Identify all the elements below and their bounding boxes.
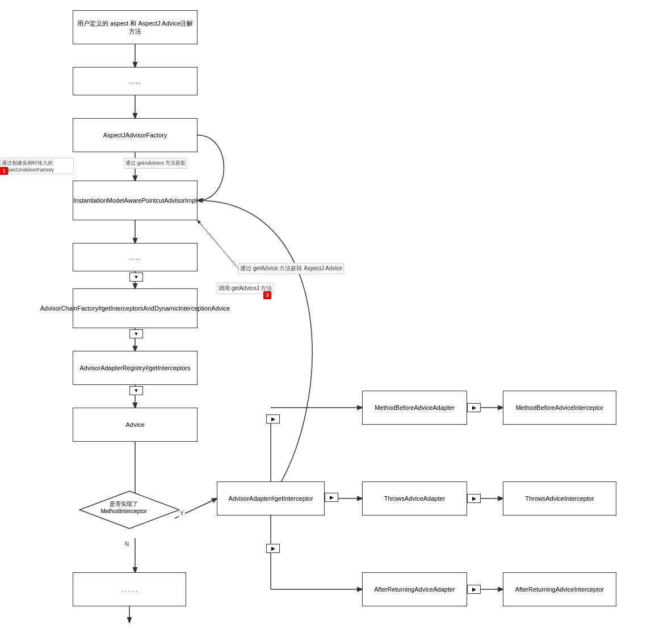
arrow-bottom <box>124 606 135 623</box>
connector-badge-2: ▶ <box>467 494 481 503</box>
box-method-before-interceptor: MethodBeforeAdviceInterceptor <box>503 391 616 425</box>
box-ellipsis1: …… <box>73 67 198 95</box>
connector-badge-ellipsis2: ▼ <box>129 273 143 282</box>
box-ellipsis3: . . . . . <box>73 572 186 606</box>
advisor-chain-factory-label: AdvisorChainFactory#getInterceptorsAndDy… <box>40 304 230 312</box>
get-advice-label: 通过 getAdvice 方法获得 AspectJ Advice <box>238 263 344 274</box>
advisor-adapter-label: AdvisorAdapter#getInterceptor <box>228 494 313 502</box>
box-user-aspect: 用户定义的 aspect 和 AspectJ Advice注解方法 <box>73 10 198 44</box>
diamond-n-label: N <box>124 540 130 548</box>
box-advisor-adapter: AdvisorAdapter#getInterceptor <box>217 481 325 516</box>
box-advice: Advice <box>73 408 198 442</box>
ellipsis3-label: . . . . . <box>121 585 137 593</box>
box-method-before-adapter: MethodBeforeAdviceAdapter <box>362 391 467 425</box>
box-advisor-chain-factory: AdvisorChainFactory#getInterceptorsAndDy… <box>73 288 198 328</box>
box-aspectj-advisor-factory: AspectJAdvisorFactory <box>73 118 198 152</box>
box-after-returning-interceptor: AfterReturningAdviceInterceptor <box>503 572 616 606</box>
connector-badge-1: ▶ <box>467 403 481 412</box>
get-advisors-label: 通过 getAdvisors 方法获取 <box>124 158 187 169</box>
connector-badge-registry: ▼ <box>129 386 143 395</box>
after-returning-interceptor-label: AfterReturningAdviceInterceptor <box>515 585 604 593</box>
box-after-returning-adapter: AfterReturningAdviceAdapter <box>362 572 467 606</box>
box-throws-adapter: ThrowsAdviceAdapter <box>362 481 467 516</box>
connector-badge-chain: ▼ <box>129 329 143 338</box>
connector-badge-throws-arrow: ▶ <box>325 493 338 502</box>
box-throws-interceptor: ThrowsAdviceInterceptor <box>503 481 616 516</box>
ellipsis2-label: …… <box>129 253 141 261</box>
box-instantiation: InstantiationModelAwarePointcutAdvisorIm… <box>73 181 198 220</box>
connector-badge-method-arrow: ▶ <box>266 414 280 424</box>
throws-adapter-label: ThrowsAdviceAdapter <box>384 494 446 502</box>
method-before-adapter-label: MethodBeforeAdviceAdapter <box>375 404 455 412</box>
after-returning-adapter-label: AfterReturningAdviceAdapter <box>374 585 455 593</box>
throws-interceptor-label: ThrowsAdviceInterceptor <box>525 494 594 502</box>
advisor-adapter-registry-label: AdvisorAdapterRegistry#getInterceptors <box>79 364 190 372</box>
aspectj-advisor-factory-label: AspectJAdvisorFactory <box>103 131 167 139</box>
advice-label: Advice <box>125 421 144 429</box>
diagram-container: 用户定义的 aspect 和 AspectJ Advice注解方法 …… Asp… <box>0 0 672 637</box>
svg-line-18 <box>198 220 238 269</box>
badge-3: 3 <box>263 291 271 299</box>
diamond-label: 是否实现了 MethodInterceptor <box>90 500 158 514</box>
box-ellipsis2: …… <box>73 243 198 271</box>
diamond-method-interceptor: 是否实现了 MethodInterceptor <box>73 487 175 527</box>
badge-1: 1 <box>0 167 8 175</box>
method-before-interceptor-label: MethodBeforeAdviceInterceptor <box>516 404 604 412</box>
box-advisor-adapter-registry: AdvisorAdapterRegistry#getInterceptors <box>73 351 198 385</box>
connector-badge-3: ▶ <box>467 585 481 594</box>
ellipsis1-label: …… <box>129 77 141 85</box>
connector-badge-after-arrow: ▶ <box>266 544 280 553</box>
user-aspect-label: 用户定义的 aspect 和 AspectJ Advice注解方法 <box>77 19 194 36</box>
diamond-y-label: Y <box>179 510 185 517</box>
instantiation-label: InstantiationModelAwarePointcutAdvisorIm… <box>73 196 196 204</box>
pass-factory-label: 通过创建实例时传入的AspectJAdvisorFactory <box>0 158 74 174</box>
